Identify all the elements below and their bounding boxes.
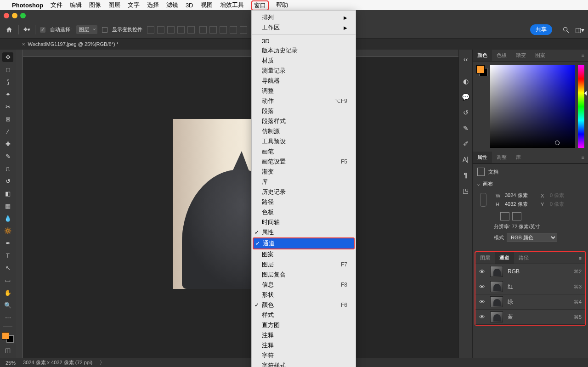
search-icon[interactable] — [562, 26, 570, 34]
menu-item[interactable]: 库 — [252, 177, 356, 187]
menu-item[interactable]: 测量记录 — [252, 66, 356, 76]
menu-item[interactable]: 注释 — [252, 330, 356, 340]
maximize-window-icon[interactable] — [20, 13, 26, 18]
menu-item[interactable]: 字符 — [252, 350, 356, 361]
menu-item[interactable]: 属性 — [252, 227, 356, 237]
tab-libraries[interactable]: 库 — [511, 152, 526, 163]
stamp-tool-icon[interactable]: ⎍ — [2, 164, 13, 174]
eye-icon[interactable]: 👁 — [479, 299, 486, 305]
tab-adjustments[interactable]: 调整 — [492, 152, 511, 163]
tab-paths[interactable]: 路径 — [514, 252, 533, 264]
menu-layer[interactable]: 图层 — [108, 1, 120, 9]
tab-swatches[interactable]: 色板 — [492, 50, 511, 61]
minimize-window-icon[interactable] — [12, 13, 17, 18]
libraries-icon[interactable]: ◳ — [462, 186, 470, 195]
menu-filter[interactable]: 滤镜 — [166, 1, 178, 9]
menu-item[interactable]: 渐变 — [252, 167, 356, 177]
w-value[interactable]: 3024 像素 — [505, 192, 538, 199]
menu-item[interactable]: 动作⌥F9 — [252, 96, 356, 106]
menu-item[interactable]: 版本历史记录 — [252, 45, 356, 56]
lasso-tool-icon[interactable]: ⟆ — [2, 77, 13, 87]
menu-item[interactable]: 直方图 — [252, 320, 356, 330]
tab-layers[interactable]: 图层 — [475, 252, 495, 264]
panel-menu-icon[interactable]: ≡ — [578, 155, 588, 160]
menu-edit[interactable]: 编辑 — [70, 1, 82, 9]
panel-menu-icon[interactable]: ≡ — [578, 53, 588, 58]
menu-item[interactable]: 注释 — [252, 340, 356, 350]
panel-menu-icon[interactable]: ≡ — [575, 255, 585, 261]
menu-text[interactable]: 文字 — [128, 1, 140, 9]
eye-icon[interactable]: 👁 — [479, 283, 486, 290]
menu-select[interactable]: 选择 — [147, 1, 159, 9]
align-icon[interactable] — [187, 26, 195, 34]
eyedropper-tool-icon[interactable]: ⁄ — [2, 127, 13, 136]
healing-tool-icon[interactable]: ✚ — [2, 139, 13, 149]
align-icon[interactable] — [157, 26, 164, 34]
menu-item[interactable]: 通道 — [253, 237, 355, 249]
menu-item[interactable]: 仿制源 — [252, 126, 356, 136]
canvas-section[interactable]: 画布 — [477, 181, 583, 187]
menu-item[interactable]: 信息F8 — [252, 280, 356, 290]
crop-tool-icon[interactable]: ✂ — [2, 102, 13, 112]
menu-item[interactable]: 路径 — [252, 197, 356, 207]
menu-item[interactable]: 图案 — [252, 249, 356, 260]
menu-item[interactable]: 字符样式 — [252, 361, 356, 367]
menu-item[interactable]: 时间轴 — [252, 217, 356, 227]
menu-item[interactable]: 图层复合 — [252, 270, 356, 280]
distribute-icon[interactable] — [240, 26, 247, 34]
portrait-icon[interactable] — [500, 212, 509, 220]
menu-item[interactable]: 颜色F6 — [252, 300, 356, 310]
workspace-icon[interactable]: ◫▾ — [576, 26, 583, 34]
tab-gradients[interactable]: 渐变 — [511, 50, 531, 61]
move-tool-icon[interactable]: ✥ — [2, 52, 13, 62]
zoom-value[interactable]: 25% — [6, 360, 16, 366]
screen-mode-icon[interactable]: ◫ — [2, 345, 13, 355]
close-tab-icon[interactable]: × — [22, 41, 25, 47]
eye-icon[interactable]: 👁 — [479, 268, 486, 275]
type-tool-icon[interactable]: T — [2, 251, 13, 260]
align-icon[interactable] — [177, 26, 185, 34]
menu-item[interactable]: 工具预设 — [252, 136, 356, 147]
channel-row[interactable]: 👁 蓝 ⌘5 — [475, 310, 585, 325]
color-field[interactable] — [490, 65, 575, 148]
distribute-icon[interactable] — [209, 26, 217, 34]
fg-bg-swatch[interactable] — [476, 65, 487, 76]
h-value[interactable]: 4032 像素 — [505, 201, 538, 208]
ruler-horizontal[interactable] — [23, 50, 458, 57]
show-transform-checkbox[interactable] — [102, 27, 107, 33]
ruler-vertical[interactable] — [16, 50, 23, 358]
menu-view[interactable]: 视图 — [201, 1, 213, 9]
collapse-icon[interactable]: ‹‹ — [462, 55, 470, 63]
zoom-tool-icon[interactable]: 🔍 — [2, 300, 13, 310]
channel-row[interactable]: 👁 红 ⌘3 — [475, 279, 585, 294]
frame-tool-icon[interactable]: ⊠ — [2, 114, 13, 124]
hue-slider[interactable] — [578, 65, 584, 148]
type-panel-icon[interactable]: A| — [462, 155, 470, 164]
doc-tab[interactable]: × WechatIMG1197.jpeg @ 25%(RGB/8*) * — [18, 41, 122, 47]
app-name[interactable]: Photoshop — [12, 2, 43, 9]
menu-file[interactable]: 文件 — [51, 1, 62, 9]
fg-bg-color[interactable] — [2, 332, 14, 343]
close-window-icon[interactable] — [4, 13, 9, 18]
brushes-icon[interactable]: ✐ — [462, 140, 470, 148]
comments-icon[interactable]: 💬 — [462, 93, 470, 101]
hand-tool-icon[interactable]: ✋ — [2, 288, 13, 298]
layer-dropdown[interactable]: 图层 — [76, 25, 97, 34]
canvas[interactable] — [16, 50, 458, 358]
channel-row[interactable]: 👁 绿 ⌘4 — [475, 294, 585, 310]
menu-help[interactable]: 帮助 — [276, 1, 288, 9]
align-icon[interactable] — [167, 26, 175, 34]
paragraph-icon[interactable]: ¶ — [462, 171, 470, 179]
menu-item[interactable]: 样式 — [252, 310, 356, 320]
eraser-tool-icon[interactable]: ◧ — [2, 189, 13, 198]
channel-row[interactable]: 👁 RGB ⌘2 — [475, 264, 585, 279]
menu-item[interactable]: 形状 — [252, 290, 356, 300]
menu-item[interactable]: 色板 — [252, 207, 356, 217]
auto-select-checkbox[interactable]: ✓ — [40, 27, 45, 33]
menu-item[interactable]: 工作区▶ — [252, 23, 356, 33]
shape-tool-icon[interactable]: ▭ — [2, 276, 13, 285]
brush-tool-icon[interactable]: ✎ — [2, 152, 13, 161]
menu-window[interactable]: 窗口 — [251, 0, 269, 11]
mode-select[interactable]: RGB 颜色 — [507, 233, 557, 242]
brush-settings-icon[interactable]: ✎ — [462, 124, 470, 132]
